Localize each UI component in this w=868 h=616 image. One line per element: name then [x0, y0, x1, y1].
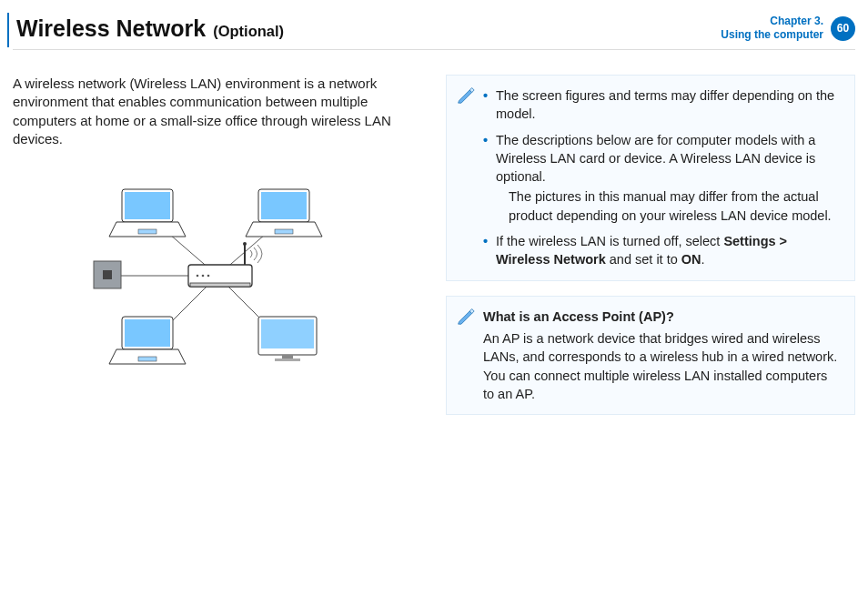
title-block: Wireless Network (Optional) [16, 15, 284, 42]
list-item: The descriptions below are for computer … [483, 131, 842, 225]
list-item: The screen figures and terms may differ … [483, 86, 842, 124]
note-text: . [701, 252, 705, 267]
svg-rect-16 [138, 229, 156, 234]
note-icon [457, 307, 475, 325]
svg-rect-18 [261, 192, 307, 219]
page-title: Wireless Network [16, 15, 206, 42]
page-header: Wireless Network (Optional) Chapter 3. U… [16, 8, 855, 48]
note-text: The descriptions below are for computer … [496, 133, 815, 185]
page-number: 60 [837, 22, 849, 35]
page-number-badge: 60 [831, 16, 855, 41]
svg-rect-8 [190, 283, 250, 287]
note-subtext: The pictures in this manual may differ f… [509, 189, 832, 222]
chapter-text: Chapter 3. Using the computer [721, 15, 823, 42]
header-divider [13, 49, 855, 50]
svg-rect-26 [275, 358, 300, 361]
laptop-icon [246, 189, 322, 237]
svg-rect-25 [282, 355, 293, 358]
page-title-note: (Optional) [213, 23, 284, 40]
monitor-icon [258, 317, 317, 361]
svg-point-13 [207, 275, 210, 278]
columns: A wireless network (Wireless LAN) enviro… [13, 75, 855, 601]
ap-title: What is an Access Point (AP)? [483, 308, 842, 326]
notes-box: The screen figures and terms may differ … [446, 75, 855, 281]
svg-rect-19 [275, 229, 293, 234]
chapter-line-1: Chapter 3. [721, 15, 823, 28]
network-diagram-icon [72, 167, 363, 376]
note-bold: ON [681, 252, 701, 267]
document-page: Wireless Network (Optional) Chapter 3. U… [0, 0, 868, 616]
chapter-block: Chapter 3. Using the computer 60 [721, 15, 855, 42]
laptop-icon [109, 317, 186, 364]
laptop-icon [109, 189, 186, 237]
svg-rect-15 [125, 192, 170, 219]
note-text: If the wireless LAN is turned off, selec… [496, 234, 723, 248]
svg-point-10 [243, 242, 247, 246]
list-item: If the wireless LAN is turned off, selec… [483, 232, 842, 269]
note-text: and set it to [606, 252, 681, 267]
svg-rect-21 [125, 319, 170, 347]
left-column: A wireless network (Wireless LAN) enviro… [13, 75, 422, 601]
svg-point-11 [197, 275, 199, 278]
svg-rect-22 [138, 357, 156, 361]
svg-rect-24 [261, 319, 314, 348]
svg-rect-6 [103, 270, 112, 279]
right-column: The screen figures and terms may differ … [446, 75, 855, 601]
svg-point-12 [202, 275, 205, 278]
router-icon [188, 242, 262, 287]
note-icon [457, 86, 475, 104]
intro-paragraph: A wireless network (Wireless LAN) enviro… [13, 75, 422, 148]
ap-body: An AP is a network device that bridges w… [483, 329, 842, 403]
notes-list: The screen figures and terms may differ … [483, 86, 842, 269]
network-figure-wrap [13, 167, 422, 376]
ap-box: What is an Access Point (AP)? An AP is a… [446, 296, 855, 415]
chapter-line-2: Using the computer [721, 28, 823, 42]
title-accent-rule [7, 13, 9, 47]
note-text: The screen figures and terms may differ … [496, 88, 834, 121]
wall-port-icon [94, 261, 121, 288]
